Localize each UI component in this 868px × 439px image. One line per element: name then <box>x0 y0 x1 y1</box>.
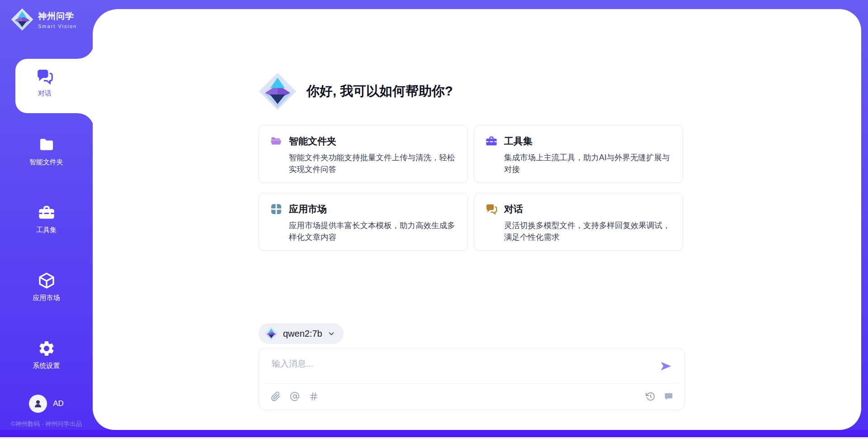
sidebar-nav: 智能文件夹 工具集 应用市场 系统设置 <box>0 136 93 407</box>
card-smart-folder[interactable]: 智能文件夹 智能文件夹功能支持批量文件上传与清洗，轻松实现文件问答 <box>259 125 468 183</box>
toolbox-icon <box>485 135 498 148</box>
sidebar-item-label: 系统设置 <box>33 362 60 370</box>
user-profile[interactable]: AD <box>0 395 93 413</box>
greeting-block: 你好, 我可以如何帮助你? <box>259 72 453 110</box>
user-name: AD <box>53 399 64 408</box>
sidebar-item-chat[interactable]: 对话 <box>15 59 94 113</box>
feature-cards: 智能文件夹 智能文件夹功能支持批量文件上传与清洗，轻松实现文件问答 工具集 集成… <box>259 125 683 251</box>
hash-icon[interactable] <box>309 391 319 401</box>
folder-icon <box>38 136 56 154</box>
apps-grid-icon <box>270 203 283 215</box>
brand-name: 神州问学 <box>38 10 77 22</box>
send-icon <box>659 359 673 373</box>
message-input[interactable] <box>271 356 623 372</box>
card-chat[interactable]: 对话 灵活切换多模型文件，支持多样回复效果调试，满足个性化需求 <box>474 193 683 251</box>
horizontal-scrollbar[interactable] <box>0 437 868 439</box>
message-composer <box>259 348 685 410</box>
diamond-logo-icon <box>11 8 33 31</box>
message-icon[interactable] <box>664 391 674 401</box>
composer-divider <box>266 383 677 384</box>
main-content: 你好, 我可以如何帮助你? 智能文件夹 智能文件夹功能支持批量文件上传与清洗，轻… <box>93 9 861 430</box>
folder-open-icon <box>270 135 283 148</box>
chat-icon <box>36 67 54 86</box>
tab-curve-top <box>78 43 94 59</box>
sidebar-item-label: 智能文件夹 <box>29 158 63 167</box>
cube-icon <box>38 272 56 290</box>
diamond-logo-icon <box>264 327 278 340</box>
tab-curve-bottom <box>78 113 94 129</box>
card-title: 工具集 <box>504 135 533 148</box>
bottom-accent-bar <box>0 430 868 437</box>
sidebar-item-label: 应用市场 <box>33 294 60 302</box>
sidebar-item-app-market[interactable]: 应用市场 <box>0 272 93 302</box>
sidebar-item-label: 工具集 <box>36 226 57 234</box>
card-app-market[interactable]: 应用市场 应用市场提供丰富长文本模板，助力高效生成多样化文章内容 <box>259 193 468 251</box>
brand-logo: 神州问学 Smart Vision <box>11 8 77 31</box>
card-description: 应用市场提供丰富长文本模板，助力高效生成多样化文章内容 <box>289 220 460 243</box>
model-selector[interactable]: qwen2:7b <box>259 323 344 344</box>
avatar <box>29 395 47 413</box>
paperclip-icon[interactable] <box>271 391 281 401</box>
at-sign-icon[interactable] <box>290 391 300 401</box>
send-button[interactable] <box>658 358 674 374</box>
card-description: 集成市场上主流工具，助力AI与外界无缝扩展与对接 <box>504 152 675 176</box>
chevron-down-icon <box>327 329 335 338</box>
sidebar-item-settings[interactable]: 系统设置 <box>0 339 93 370</box>
sidebar: 神州问学 Smart Vision 对话 智能文件夹 <box>0 0 93 439</box>
sidebar-item-smart-folder[interactable]: 智能文件夹 <box>0 136 93 167</box>
chat-icon <box>485 203 498 215</box>
card-description: 灵活切换多模型文件，支持多样回复效果调试，满足个性化需求 <box>504 220 675 243</box>
toolbox-icon <box>38 204 56 222</box>
sidebar-item-toolset[interactable]: 工具集 <box>0 204 93 234</box>
card-title: 对话 <box>504 203 523 215</box>
history-icon[interactable] <box>646 391 656 401</box>
model-name: qwen2:7b <box>283 329 322 339</box>
card-title: 智能文件夹 <box>289 135 336 148</box>
person-icon <box>33 398 43 409</box>
gear-icon <box>38 339 56 358</box>
card-description: 智能文件夹功能支持批量文件上传与清洗，轻松实现文件问答 <box>289 152 460 176</box>
diamond-logo-icon <box>259 72 297 110</box>
card-title: 应用市场 <box>289 203 327 215</box>
brand-subtitle: Smart Vision <box>38 24 77 29</box>
card-toolset[interactable]: 工具集 集成市场上主流工具，助力AI与外界无缝扩展与对接 <box>474 125 683 183</box>
copyright-text: ©神州数码 · 神州问学出品 <box>0 420 93 428</box>
sidebar-item-label: 对话 <box>38 89 52 98</box>
greeting-title: 你好, 我可以如何帮助你? <box>307 82 453 100</box>
